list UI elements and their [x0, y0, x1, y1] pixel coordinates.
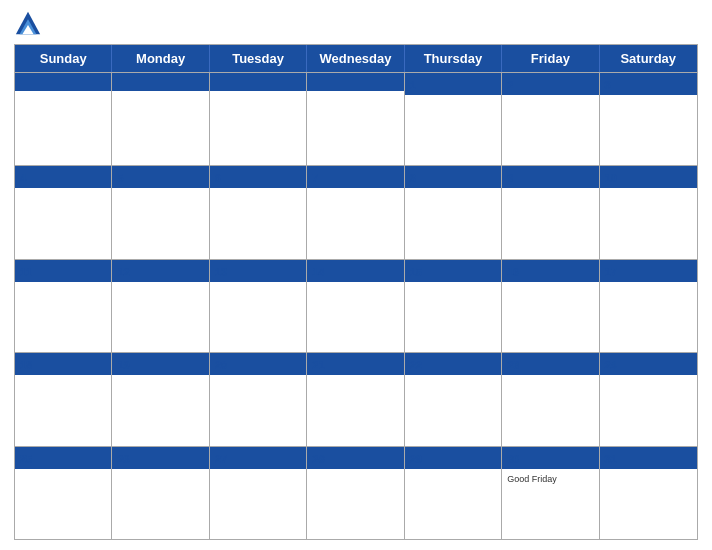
- day-number: 8: [410, 172, 416, 184]
- day-number-band: 9: [502, 166, 598, 188]
- day-number-band: [15, 73, 111, 91]
- table-row: 28: [307, 447, 404, 539]
- table-row: 31: [600, 447, 697, 539]
- day-number-band: 18: [15, 353, 111, 375]
- day-number: 25: [20, 453, 32, 465]
- table-row: 8: [405, 166, 502, 258]
- day-number: 19: [117, 359, 129, 371]
- cell-body: [507, 98, 593, 162]
- table-row: 27: [210, 447, 307, 539]
- header: [14, 10, 698, 38]
- cell-body: [410, 191, 496, 255]
- week-row-5: 252627282930Good Friday31: [15, 446, 697, 539]
- cell-body: [507, 191, 593, 255]
- table-row: 24: [600, 353, 697, 445]
- cell-body: [215, 94, 301, 162]
- cell-body: [117, 94, 203, 162]
- table-row: 18: [15, 353, 112, 445]
- table-row: 26: [112, 447, 209, 539]
- cell-body: [312, 472, 398, 536]
- day-number: 22: [410, 359, 422, 371]
- day-number-band: 24: [600, 353, 697, 375]
- day-number-band: 31: [600, 447, 697, 469]
- table-row: [15, 73, 112, 165]
- week-row-4: 18192021222324: [15, 352, 697, 445]
- day-number-band: 3: [600, 73, 697, 95]
- cell-body: [605, 472, 692, 536]
- table-row: 22: [405, 353, 502, 445]
- cell-body: [20, 472, 106, 536]
- table-row: 6: [210, 166, 307, 258]
- cell-body: [410, 472, 496, 536]
- day-number: 27: [215, 453, 227, 465]
- day-number-band: [307, 73, 403, 91]
- cell-body: [312, 285, 398, 349]
- table-row: 4: [15, 166, 112, 258]
- day-number-band: 22: [405, 353, 501, 375]
- day-number-band: 12: [112, 260, 208, 282]
- day-number: 28: [312, 453, 324, 465]
- cell-body: [605, 191, 692, 255]
- day-number: 10: [605, 172, 617, 184]
- day-number-band: [210, 73, 306, 91]
- day-number: 12: [117, 266, 129, 278]
- day-number: 17: [605, 266, 617, 278]
- day-number-band: 5: [112, 166, 208, 188]
- header-friday: Friday: [502, 45, 599, 72]
- table-row: 19: [112, 353, 209, 445]
- day-number: 2: [507, 79, 513, 91]
- cell-body: [20, 378, 106, 442]
- cell-body: [20, 94, 106, 162]
- week-row-1: 123: [15, 72, 697, 165]
- week-row-2: 45678910: [15, 165, 697, 258]
- table-row: 3: [600, 73, 697, 165]
- cell-body: [117, 191, 203, 255]
- cell-body: [410, 285, 496, 349]
- table-row: 15: [405, 260, 502, 352]
- cell-body: Good Friday: [507, 472, 593, 536]
- day-number-band: 11: [15, 260, 111, 282]
- table-row: 14: [307, 260, 404, 352]
- cell-body: [312, 378, 398, 442]
- day-number-band: 13: [210, 260, 306, 282]
- cell-body: [20, 285, 106, 349]
- day-number-band: 14: [307, 260, 403, 282]
- day-number: 14: [312, 266, 324, 278]
- cell-body: [215, 191, 301, 255]
- day-number-band: 21: [307, 353, 403, 375]
- day-number-band: 10: [600, 166, 697, 188]
- table-row: 25: [15, 447, 112, 539]
- table-row: 7: [307, 166, 404, 258]
- table-row: 12: [112, 260, 209, 352]
- table-row: 17: [600, 260, 697, 352]
- event-label: Good Friday: [507, 474, 593, 484]
- day-number-band: 1: [405, 73, 501, 95]
- day-number: 20: [215, 359, 227, 371]
- table-row: 1: [405, 73, 502, 165]
- header-thursday: Thursday: [405, 45, 502, 72]
- day-number: 4: [20, 172, 26, 184]
- day-number: 18: [20, 359, 32, 371]
- day-number: 3: [605, 79, 611, 91]
- day-number-band: 19: [112, 353, 208, 375]
- table-row: 20: [210, 353, 307, 445]
- table-row: 16: [502, 260, 599, 352]
- table-row: 11: [15, 260, 112, 352]
- day-number: 31: [605, 453, 617, 465]
- day-number: 23: [507, 359, 519, 371]
- day-number-band: 15: [405, 260, 501, 282]
- cell-body: [215, 378, 301, 442]
- day-number-band: 17: [600, 260, 697, 282]
- day-number-band: 16: [502, 260, 598, 282]
- header-sunday: Sunday: [15, 45, 112, 72]
- day-number: 5: [117, 172, 123, 184]
- day-number: 24: [605, 359, 617, 371]
- day-number-band: 20: [210, 353, 306, 375]
- day-number-band: 4: [15, 166, 111, 188]
- table-row: 9: [502, 166, 599, 258]
- day-number-band: 26: [112, 447, 208, 469]
- table-row: 30Good Friday: [502, 447, 599, 539]
- header-monday: Monday: [112, 45, 209, 72]
- cell-body: [605, 98, 692, 162]
- page: Sunday Monday Tuesday Wednesday Thursday…: [0, 0, 712, 550]
